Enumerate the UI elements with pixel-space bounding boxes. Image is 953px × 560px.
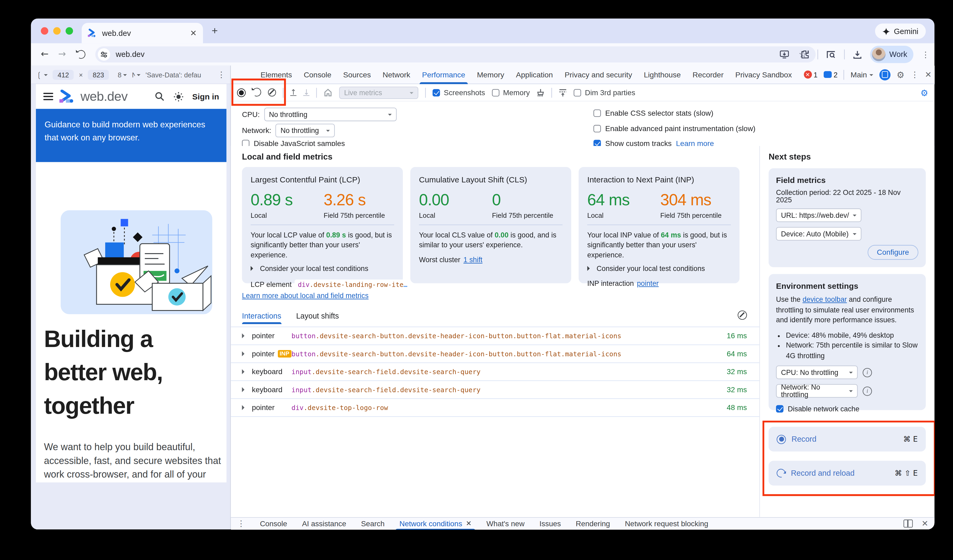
interaction-row[interactable]: keyboard input.devsite-search-field.devs… xyxy=(231,362,759,380)
interaction-row[interactable]: keyboard input.devsite-search-field.devs… xyxy=(231,380,759,398)
drawer-tab-close-icon[interactable]: ✕ xyxy=(466,520,472,528)
devtools-close-icon[interactable]: ✕ xyxy=(925,70,931,79)
configure-button[interactable]: Configure xyxy=(868,245,919,260)
tab-elements[interactable]: Elements xyxy=(261,65,292,84)
drawer-tab-whats-new[interactable]: What's new xyxy=(486,517,525,529)
message-badge[interactable]: 2 xyxy=(824,71,838,78)
lcp-element-chip[interactable]: div.devsite-landing-row-ite… xyxy=(295,280,411,289)
network-info-icon[interactable]: i xyxy=(863,386,872,396)
tab-privacy-sandbox[interactable]: Privacy Sandbox xyxy=(736,65,792,84)
clear-log-icon[interactable] xyxy=(738,311,747,320)
device-posture-icon[interactable] xyxy=(879,69,891,80)
adv-paint-checkbox[interactable] xyxy=(594,125,601,132)
device-height-input[interactable]: 823 xyxy=(88,70,109,79)
record-reload-icon[interactable] xyxy=(253,88,261,98)
save-data-select[interactable]: 'Save-Data': defau xyxy=(146,71,201,78)
cpu-throttle-select[interactable]: No throttling xyxy=(264,108,396,121)
env-network-select[interactable]: Network: No throttling xyxy=(776,384,858,398)
tab-network[interactable]: Network xyxy=(383,65,410,84)
site-settings-icon[interactable] xyxy=(98,48,110,60)
install-icon[interactable] xyxy=(779,50,789,59)
error-badge[interactable]: ✕1 xyxy=(804,70,818,79)
lcp-consider-toggle[interactable]: Consider your local test conditions xyxy=(251,265,394,272)
css-stats-checkbox[interactable] xyxy=(594,110,601,117)
drawer-tab-network-request-blocking[interactable]: Network request blocking xyxy=(625,517,708,529)
field-url-select[interactable]: URL: https://web.dev/ xyxy=(776,209,861,222)
interaction-row[interactable]: pointer div.devsite-top-logo-row 48 ms xyxy=(231,398,759,417)
zoom-window-button[interactable] xyxy=(66,27,73,34)
drawer-menu-icon[interactable]: ⋮ xyxy=(237,519,245,528)
target-select[interactable]: Main xyxy=(851,70,873,79)
memory-checkbox[interactable] xyxy=(492,89,500,96)
reload-button[interactable] xyxy=(77,50,85,60)
zoom-select[interactable]: 8 xyxy=(118,71,127,78)
device-select[interactable]: ❲ xyxy=(36,70,48,79)
clear-icon[interactable] xyxy=(268,88,276,96)
tab-console[interactable]: Console xyxy=(304,65,332,84)
tab-application[interactable]: Application xyxy=(516,65,553,84)
theme-toggle-icon[interactable] xyxy=(173,91,183,102)
flame-collapse-icon[interactable] xyxy=(559,88,567,97)
sign-in-button[interactable]: Sign in xyxy=(192,92,219,101)
browser-tab[interactable]: web.dev ✕ xyxy=(82,23,203,43)
search-icon[interactable] xyxy=(155,91,165,101)
drawer-tab-issues[interactable]: Issues xyxy=(540,517,561,529)
field-device-select[interactable]: Device: Auto (Mobile) xyxy=(776,227,861,241)
gemini-button[interactable]: Gemini xyxy=(875,23,926,39)
extensions-icon[interactable] xyxy=(800,50,810,59)
drawer-tab-network-conditions[interactable]: Network conditions✕ xyxy=(399,517,472,529)
tab-privacy-security[interactable]: Privacy and security xyxy=(565,65,632,84)
save-profile-icon[interactable]: ↓ xyxy=(303,89,309,96)
load-profile-icon[interactable]: ↑ xyxy=(290,89,296,96)
omnibox[interactable]: web.dev ☆ xyxy=(95,46,815,62)
search-tabs-icon[interactable] xyxy=(826,50,836,59)
devtools-menu-icon[interactable]: ⋮ xyxy=(911,70,919,79)
drawer-tab-rendering[interactable]: Rendering xyxy=(576,517,610,529)
tab-performance[interactable]: Performance xyxy=(422,65,465,84)
devtools-settings-icon[interactable]: ⚙ xyxy=(897,70,904,79)
device-toolbar-menu-icon[interactable]: ⋮ xyxy=(217,70,225,79)
tab-layout-shifts[interactable]: Layout shifts xyxy=(296,312,339,324)
profile-chip[interactable]: Work xyxy=(870,46,914,63)
disable-cache-checkbox[interactable] xyxy=(776,405,784,413)
device-width-input[interactable]: 412 xyxy=(53,70,74,79)
back-button[interactable]: ← xyxy=(41,48,49,59)
interaction-row[interactable]: pointerINP button.devsite-search-button.… xyxy=(231,345,759,362)
tab-interactions[interactable]: Interactions xyxy=(242,312,281,324)
network-throttle-select[interactable]: No throttling xyxy=(276,124,335,137)
dim-3rd-parties-checkbox[interactable] xyxy=(574,89,581,96)
inp-pointer-link[interactable]: pointer xyxy=(637,280,659,287)
drawer-split-icon[interactable] xyxy=(903,520,913,528)
tab-recorder[interactable]: Recorder xyxy=(692,65,724,84)
env-cpu-select[interactable]: CPU: No throttling xyxy=(776,366,858,379)
record-button[interactable]: Record ⌘ E xyxy=(768,427,926,452)
drawer-tab-ai-assistance[interactable]: AI assistance xyxy=(302,517,346,529)
screenshots-checkbox[interactable] xyxy=(433,89,440,96)
site-brand[interactable]: web.dev xyxy=(80,89,127,104)
cls-shift-link[interactable]: 1 shift xyxy=(464,256,482,263)
garbage-collect-icon[interactable] xyxy=(537,88,545,97)
interaction-row[interactable]: pointer button.devsite-search-button.dev… xyxy=(231,326,759,344)
menu-icon[interactable] xyxy=(43,93,53,100)
tab-memory[interactable]: Memory xyxy=(477,65,504,84)
record-icon[interactable] xyxy=(237,88,246,97)
capture-settings-icon[interactable]: ⚙ xyxy=(920,88,928,97)
downloads-icon[interactable] xyxy=(853,50,862,59)
tab-lighthouse[interactable]: Lighthouse xyxy=(644,65,681,84)
home-icon[interactable] xyxy=(324,88,332,96)
device-toolbar-link[interactable]: device toolbar xyxy=(802,296,847,303)
close-window-button[interactable] xyxy=(41,27,48,34)
tab-sources[interactable]: Sources xyxy=(343,65,371,84)
drawer-close-icon[interactable]: ✕ xyxy=(922,519,928,528)
forward-button[interactable]: → xyxy=(58,48,66,59)
inp-consider-toggle[interactable]: Consider your local test conditions xyxy=(587,265,731,272)
learn-more-metrics-link[interactable]: Learn more about local and field metrics xyxy=(242,292,368,299)
new-tab-button[interactable]: + xyxy=(211,25,217,37)
drawer-tab-console[interactable]: Console xyxy=(260,517,287,529)
drawer-tab-search[interactable]: Search xyxy=(361,517,385,529)
throttling-select[interactable]: N xyxy=(132,71,141,78)
minimize-window-button[interactable] xyxy=(53,27,61,34)
browser-menu-icon[interactable]: ⋮ xyxy=(921,50,929,59)
record-and-reload-button[interactable]: Record and reload ⌘ ⇧ E xyxy=(768,461,926,486)
tab-close-icon[interactable]: ✕ xyxy=(190,28,197,38)
